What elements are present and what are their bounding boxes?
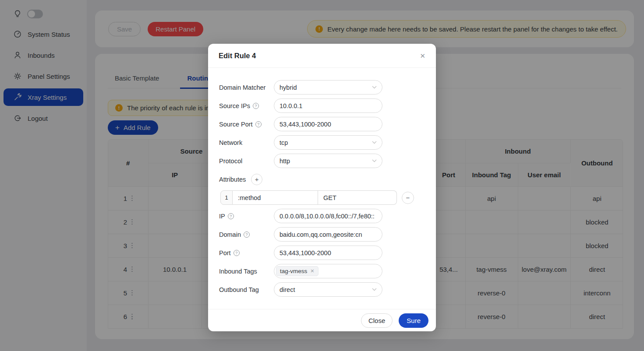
source-port-label: Source Port ?: [219, 121, 274, 128]
minus-icon: −: [406, 194, 410, 201]
port-label: Port ?: [219, 249, 274, 256]
inbound-tags-field[interactable]: tag-vmess ✕: [274, 264, 382, 278]
chevron-down-icon: [372, 288, 377, 291]
modal-footer: Close Sure: [208, 309, 436, 331]
network-label: Network: [219, 139, 274, 146]
source-ips-input[interactable]: [274, 98, 382, 113]
outbound-tag-label: Outbound Tag: [219, 286, 274, 293]
tag-close-icon[interactable]: ✕: [310, 269, 314, 274]
tag-chip: tag-vmess ✕: [276, 266, 318, 276]
question-circle-icon: ?: [234, 250, 240, 256]
domain-matcher-label: Domain Matcher: [219, 84, 274, 91]
question-circle-icon: ?: [253, 103, 259, 109]
ip-input[interactable]: [274, 209, 382, 223]
protocol-select[interactable]: http: [274, 154, 382, 168]
modal-body: Domain Matcher hybrid Source IPs ? Sourc…: [208, 68, 436, 297]
domain-input[interactable]: [274, 227, 382, 242]
close-icon[interactable]: ✕: [420, 53, 425, 59]
plus-icon: +: [255, 176, 259, 183]
chevron-down-icon: [372, 86, 377, 89]
edit-rule-modal: Edit Rule 4 ✕ Domain Matcher hybrid Sour…: [208, 44, 436, 331]
attribute-key-input[interactable]: [233, 190, 318, 205]
outbound-tag-select[interactable]: direct: [274, 282, 382, 297]
modal-header: Edit Rule 4 ✕: [208, 44, 436, 68]
inbound-tags-label: Inbound Tags: [219, 268, 274, 275]
domain-matcher-select[interactable]: hybrid: [274, 80, 382, 95]
sure-button[interactable]: Sure: [399, 313, 428, 328]
remove-attribute-button[interactable]: −: [402, 192, 414, 204]
question-circle-icon: ?: [228, 213, 234, 219]
port-input[interactable]: [274, 246, 382, 260]
question-circle-icon: ?: [244, 232, 250, 238]
chevron-down-icon: [372, 159, 377, 162]
modal-title: Edit Rule 4: [219, 52, 256, 60]
attribute-row: 1 −: [220, 190, 425, 205]
question-circle-icon: ?: [255, 121, 262, 127]
source-port-input[interactable]: [274, 117, 382, 131]
attributes-label: Attributes: [219, 176, 246, 183]
network-select[interactable]: tcp: [274, 135, 382, 150]
attribute-index: 1: [220, 190, 233, 205]
ip-label: IP ?: [219, 213, 274, 220]
add-attribute-button[interactable]: +: [251, 174, 262, 185]
chevron-down-icon: [372, 141, 377, 144]
attribute-value-input[interactable]: [318, 190, 397, 205]
source-ips-label: Source IPs ?: [219, 102, 274, 109]
close-button[interactable]: Close: [361, 313, 393, 328]
protocol-label: Protocol: [219, 158, 274, 165]
domain-label: Domain ?: [219, 231, 274, 238]
